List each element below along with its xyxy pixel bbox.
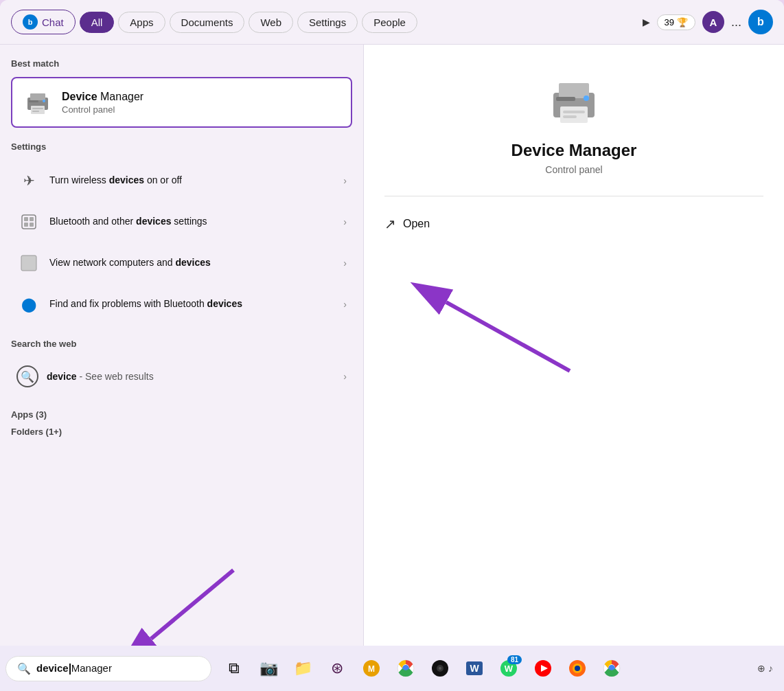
zoom-button[interactable]: 📷 xyxy=(253,653,284,684)
vinyl-icon xyxy=(430,659,450,678)
avatar-letter: A xyxy=(710,16,717,28)
taskbar-icons: ⧉ 📷 📁 ⊛ M xyxy=(218,653,627,684)
mendeley-icon: M xyxy=(362,659,381,678)
best-match-item[interactable]: Device Manager Control panel xyxy=(11,77,352,128)
network-icon: ⊕ ♪ xyxy=(757,663,773,674)
word-icon: W xyxy=(465,659,484,678)
taskbar-search-text: deviceManager xyxy=(36,662,112,675)
open-label: Open xyxy=(403,218,430,230)
settings-item-wireless-text: Turn wireless devices on or off xyxy=(49,174,335,188)
mendeley-button[interactable]: M xyxy=(356,653,387,684)
settings-label: Settings xyxy=(11,141,352,152)
settings-item-network-text: View network computers and devices xyxy=(49,256,335,270)
settings-item-fix-bluetooth[interactable]: ⬤ Find and fix problems with Bluetooth d… xyxy=(11,284,352,325)
chevron-icon-4: › xyxy=(343,299,347,310)
web-search-item[interactable]: 🔍 device - See web results › xyxy=(11,357,352,396)
settings-item-bluetooth-text: Bluetooth and other devices settings xyxy=(49,215,335,229)
device-manager-icon xyxy=(23,88,52,117)
taskbar: 🔍 deviceManager ⧉ 📷 📁 ⊛ M xyxy=(0,646,784,691)
svg-text:M: M xyxy=(368,664,375,674)
web-search-icon: 🔍 xyxy=(16,365,38,387)
youtube-icon xyxy=(533,659,553,678)
network-icon xyxy=(16,251,41,275)
chevron-icon-2: › xyxy=(343,216,347,227)
taskbar-search-box[interactable]: 🔍 deviceManager xyxy=(5,656,211,681)
main-content: Best match Device xyxy=(0,45,784,646)
settings-item-wireless[interactable]: ✈ Turn wireless devices on or off › xyxy=(11,160,352,201)
chrome2-icon xyxy=(602,659,621,678)
slack-icon: ⊛ xyxy=(331,659,343,677)
svg-rect-15 xyxy=(560,106,588,123)
tab-all[interactable]: All xyxy=(80,12,115,33)
chevron-icon-3: › xyxy=(343,258,347,269)
whatsapp-badge: 81 xyxy=(507,655,522,664)
best-match-subtitle: Control panel xyxy=(62,104,143,115)
tab-apps-label: Apps xyxy=(130,16,153,28)
tab-documents[interactable]: Documents xyxy=(170,12,245,33)
svg-rect-10 xyxy=(24,223,28,227)
chrome-icon xyxy=(396,659,415,678)
settings-section: Settings ✈ Turn wireless devices on or o… xyxy=(11,141,352,325)
file-explorer-button[interactable]: 📁 xyxy=(287,653,319,684)
topbar-right: ▶ 39 🏆 A ... b xyxy=(643,10,773,34)
avatar[interactable]: A xyxy=(702,11,724,33)
task-view-button[interactable]: ⧉ xyxy=(218,653,250,684)
file-explorer-icon: 📁 xyxy=(294,659,312,677)
open-row[interactable]: ↗ Open xyxy=(384,213,763,235)
tab-settings[interactable]: Settings xyxy=(297,12,358,33)
tab-apps[interactable]: Apps xyxy=(118,12,165,33)
right-panel-icon xyxy=(546,72,601,127)
right-panel-title: Device Manager xyxy=(511,141,637,160)
svg-rect-12 xyxy=(21,256,36,271)
tab-people[interactable]: People xyxy=(362,12,417,33)
svg-rect-17 xyxy=(563,115,577,118)
svg-rect-8 xyxy=(24,217,28,221)
chevron-icon: › xyxy=(343,175,347,186)
svg-text:W: W xyxy=(470,663,479,674)
bing-letter: b xyxy=(757,16,764,28)
best-match-label: Best match xyxy=(11,58,352,69)
svg-rect-1 xyxy=(30,93,45,100)
open-icon: ↗ xyxy=(384,216,396,232)
task-view-icon: ⧉ xyxy=(229,659,240,677)
firefox-button[interactable] xyxy=(562,653,593,684)
folders-section-label: Folders (1+) xyxy=(11,427,352,437)
settings-item-bluetooth[interactable]: Bluetooth and other devices settings › xyxy=(11,201,352,242)
settings-item-network[interactable]: View network computers and devices › xyxy=(11,242,352,284)
youtube-button[interactable] xyxy=(527,653,559,684)
tab-people-label: People xyxy=(373,16,406,28)
svg-point-39 xyxy=(575,666,580,671)
web-search-text: device - See web results xyxy=(47,371,335,382)
top-bar: b Chat All Apps Documents Web Settings P… xyxy=(0,0,784,45)
slack-button[interactable]: ⊛ xyxy=(321,653,353,684)
chrome2-button[interactable] xyxy=(596,653,627,684)
tab-settings-label: Settings xyxy=(309,16,346,28)
zoom-icon: 📷 xyxy=(260,659,278,677)
tab-documents-label: Documents xyxy=(181,16,233,28)
firefox-icon xyxy=(568,659,587,678)
tab-web[interactable]: Web xyxy=(249,12,293,33)
tab-web-label: Web xyxy=(260,16,281,28)
whatsapp-button[interactable]: W 81 xyxy=(493,653,524,684)
bing-icon[interactable]: b xyxy=(748,10,773,34)
settings-item-fix-bluetooth-text: Find and fix problems with Bluetooth dev… xyxy=(49,297,335,311)
svg-rect-11 xyxy=(30,223,34,227)
more-button[interactable]: ... xyxy=(731,15,741,30)
chrome-button[interactable] xyxy=(390,653,422,684)
svg-rect-6 xyxy=(29,100,38,102)
search-panel: b Chat All Apps Documents Web Settings P… xyxy=(0,0,784,646)
score-value: 39 xyxy=(665,17,674,27)
vinyl-button[interactable] xyxy=(424,653,456,684)
word-button[interactable]: W xyxy=(459,653,490,684)
trophy-icon: 🏆 xyxy=(677,17,688,27)
svg-point-30 xyxy=(439,667,441,670)
svg-rect-19 xyxy=(556,97,575,101)
svg-rect-16 xyxy=(563,111,585,113)
tab-chat-label: Chat xyxy=(42,16,64,28)
best-match-text: Device Manager Control panel xyxy=(62,91,143,115)
tab-chat[interactable]: b Chat xyxy=(11,10,76,34)
svg-rect-4 xyxy=(32,111,39,112)
bluetooth-devices-icon xyxy=(16,209,41,234)
taskbar-system-icons[interactable]: ⊕ ♪ xyxy=(752,653,779,684)
apps-section-label: Apps (3) xyxy=(11,409,352,420)
